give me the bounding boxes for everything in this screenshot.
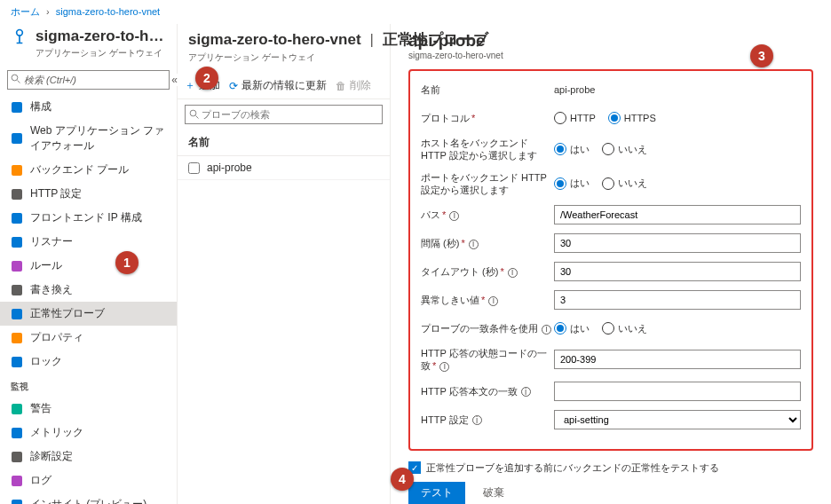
value-name: api-probe bbox=[554, 84, 595, 95]
breadcrumb-resource[interactable]: sigma-zero-to-hero-vnet bbox=[56, 6, 160, 17]
menu-search-input[interactable] bbox=[7, 70, 170, 90]
refresh-icon: ⟳ bbox=[229, 80, 238, 92]
info-icon[interactable]: i bbox=[449, 211, 459, 221]
status-codes-input[interactable] bbox=[554, 350, 801, 369]
sidebar-item-label: フロントエンド IP 構成 bbox=[30, 210, 142, 225]
log-icon bbox=[11, 475, 23, 487]
svg-rect-17 bbox=[12, 500, 22, 505]
sidebar-item[interactable]: リスナー bbox=[0, 230, 177, 254]
refresh-button[interactable]: ⟳最新の情報に更新 bbox=[229, 78, 327, 93]
breadcrumb-home[interactable]: ホーム bbox=[11, 6, 40, 17]
probe-search-input[interactable] bbox=[185, 105, 383, 124]
svg-rect-12 bbox=[12, 357, 22, 367]
info-icon[interactable]: i bbox=[472, 415, 482, 425]
sidebar-item[interactable]: Web アプリケーション ファイアウォール bbox=[0, 119, 177, 158]
sidebar-item-label: 診断設定 bbox=[30, 449, 73, 464]
plus-icon: ＋ bbox=[185, 78, 195, 93]
svg-point-21 bbox=[190, 110, 196, 116]
info-icon[interactable]: i bbox=[469, 240, 479, 249]
sidebar-item[interactable]: ログ bbox=[0, 469, 177, 492]
rule-icon bbox=[11, 260, 23, 272]
svg-rect-9 bbox=[12, 285, 22, 295]
sidebar-item-label: バックエンド プール bbox=[30, 162, 129, 177]
radio-host-yes[interactable]: はい bbox=[554, 143, 590, 156]
info-icon[interactable]: i bbox=[542, 325, 551, 335]
table-row[interactable]: api-probe bbox=[178, 156, 390, 180]
gear-icon bbox=[11, 188, 23, 201]
properties-icon bbox=[11, 332, 23, 344]
info-icon[interactable]: i bbox=[439, 362, 449, 372]
sidebar-item-label: メトリック bbox=[30, 425, 83, 440]
delete-button[interactable]: 🗑削除 bbox=[336, 78, 371, 93]
label-http-setting: HTTP 設定 bbox=[421, 414, 469, 425]
discard-button[interactable]: 破棄 bbox=[471, 482, 517, 504]
threshold-input[interactable] bbox=[554, 290, 801, 310]
sidebar-item[interactable]: 警告 bbox=[0, 397, 177, 421]
lock-icon bbox=[11, 356, 23, 368]
label-host-from-backend: ホスト名をバックエンド HTTP 設定から選択します bbox=[421, 138, 537, 161]
sidebar-item-label: リスナー bbox=[30, 234, 73, 249]
label-body-match: HTTP 応答本文の一致 bbox=[421, 386, 518, 397]
label-port-from-backend: ポートをバックエンド HTTP 設定から選択します bbox=[421, 172, 547, 195]
sidebar-item[interactable]: プロパティ bbox=[0, 326, 177, 350]
sidebar-item[interactable]: ルール bbox=[0, 254, 177, 278]
probe-name-cell: api-probe bbox=[207, 161, 252, 174]
sidebar-item-label: ルール bbox=[30, 258, 62, 273]
search-icon bbox=[11, 74, 21, 84]
svg-rect-4 bbox=[12, 165, 22, 176]
radio-match-no[interactable]: いいえ bbox=[602, 322, 647, 335]
path-input[interactable] bbox=[554, 205, 801, 224]
alert-icon bbox=[11, 403, 23, 415]
radio-port-no[interactable]: いいえ bbox=[602, 177, 647, 190]
interval-input[interactable] bbox=[554, 233, 801, 253]
sidebar-item[interactable]: メトリック bbox=[0, 421, 177, 445]
svg-rect-7 bbox=[12, 237, 22, 248]
radio-host-no[interactable]: いいえ bbox=[602, 143, 647, 156]
http-setting-select[interactable]: api-setting bbox=[554, 410, 801, 429]
sidebar-item-label: ログ bbox=[30, 473, 51, 488]
sidebar-item-label: ロック bbox=[30, 354, 62, 369]
sidebar-item[interactable]: 正常性プローブ bbox=[0, 302, 177, 326]
probe-form: 名前 api-probe プロトコル* HTTP HTTPS ホスト名をバックエ… bbox=[408, 69, 813, 451]
svg-point-0 bbox=[17, 30, 23, 36]
svg-rect-14 bbox=[12, 428, 22, 438]
body-match-input[interactable] bbox=[554, 382, 801, 401]
info-icon[interactable]: i bbox=[521, 387, 531, 397]
sidebar-item[interactable]: 書き換え bbox=[0, 278, 177, 302]
radio-match-yes[interactable]: はい bbox=[554, 322, 590, 335]
svg-rect-5 bbox=[12, 189, 22, 200]
test-button[interactable]: テスト bbox=[408, 482, 465, 504]
sidebar-item[interactable]: バックエンド プール bbox=[0, 158, 177, 182]
label-interval: 間隔 (秒) bbox=[421, 238, 459, 248]
probe-icon bbox=[11, 308, 23, 320]
sidebar-item-label: HTTP 設定 bbox=[30, 186, 82, 201]
radio-port-yes[interactable]: はい bbox=[554, 177, 590, 190]
sidebar-item[interactable]: 診断設定 bbox=[0, 445, 177, 469]
rewrite-icon bbox=[11, 284, 23, 296]
svg-rect-16 bbox=[12, 476, 22, 486]
resource-type: アプリケーション ゲートウェイ bbox=[0, 47, 177, 67]
sidebar-item[interactable]: ロック bbox=[0, 350, 177, 374]
annotation-4: 4 bbox=[391, 468, 414, 491]
sidebar-item[interactable]: 構成 bbox=[0, 95, 177, 119]
timeout-input[interactable] bbox=[554, 262, 801, 281]
info-icon[interactable]: i bbox=[488, 296, 498, 306]
test-before-add-label: 正常性プローブを追加する前にバックエンドの正常性をテストする bbox=[426, 461, 719, 475]
sidebar-item[interactable]: フロントエンド IP 構成 bbox=[0, 206, 177, 230]
row-checkbox[interactable] bbox=[188, 162, 200, 174]
svg-rect-6 bbox=[12, 213, 22, 224]
sidebar-item[interactable]: HTTP 設定 bbox=[0, 182, 177, 206]
annotation-2: 2 bbox=[195, 67, 218, 90]
collapse-menu-icon[interactable]: « bbox=[171, 74, 178, 86]
sidebar-item-label: 正常性プローブ bbox=[30, 306, 105, 321]
sidebar-item[interactable]: インサイト (プレビュー) bbox=[0, 492, 177, 504]
insights-icon bbox=[11, 499, 23, 505]
label-use-match: プローブの一致条件を使用 bbox=[421, 323, 538, 334]
info-icon[interactable]: i bbox=[508, 268, 518, 278]
breadcrumb: ホーム › sigma-zero-to-hero-vnet bbox=[0, 0, 831, 24]
sidebar-header-monitoring: 監視 bbox=[0, 374, 177, 397]
annotation-3: 3 bbox=[750, 44, 773, 67]
radio-https[interactable]: HTTPS bbox=[608, 112, 656, 124]
radio-http[interactable]: HTTP bbox=[554, 112, 596, 124]
column-header-name[interactable]: 名前 bbox=[178, 130, 390, 156]
